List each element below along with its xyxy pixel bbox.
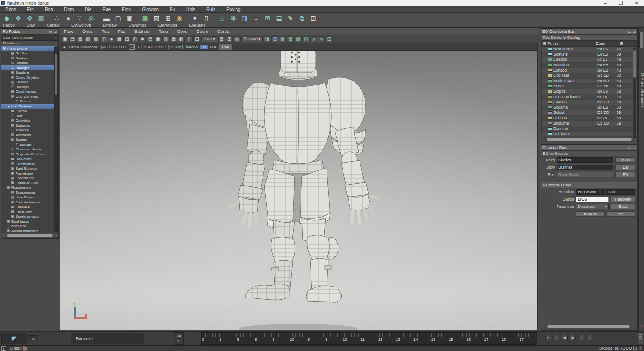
menu-item-gloxoso[interactable]: Gloxoso (136, 6, 164, 12)
shelf-group-label-covurnos[interactable]: Covurnos (129, 23, 146, 27)
attr-button-2[interactable]: Reesvelv (611, 197, 635, 202)
attr-button-2[interactable]: Boos (611, 204, 635, 209)
viewport-tool-icon-0[interactable]: ▣ (61, 36, 68, 42)
viewport-dropdown-1[interactable]: Ilosa ▾ (201, 36, 217, 42)
shelf-group-label-eovwclova[interactable]: Eovwclova (71, 23, 91, 27)
attribute-editor-header[interactable]: A Errmota Euber (541, 182, 637, 188)
right-panel-bottom-scrollbar[interactable]: ‹ › (542, 324, 635, 329)
table-row[interactable]: ScrposBo 5S68 (542, 89, 637, 95)
viewport-tool3-icon-1[interactable]: ⊞ (271, 36, 278, 42)
playback-button-5[interactable]: » (586, 335, 592, 340)
viewport-menu-ooroa[interactable]: Ooroa (213, 29, 234, 34)
scrollbar-thumb[interactable] (633, 50, 636, 78)
scroll-right-icon[interactable]: › (54, 234, 58, 237)
field-input-siow[interactable]: Bunlnss (557, 165, 613, 170)
outliner-item[interactable]: ▦Foumhono (1, 171, 55, 176)
viewport-menu-teou[interactable]: Teou (154, 29, 173, 34)
viewport-tool-icon-2[interactable]: ▦ (77, 36, 84, 42)
outliner-item[interactable]: ⊞Bomes (1, 138, 55, 143)
menu-item-roa[interactable]: Roa (39, 6, 59, 12)
joint-dots-icon[interactable]: ∴ (52, 14, 62, 23)
outliner-item[interactable]: ●Dlawger (1, 65, 55, 70)
viewport-tool-icon-13[interactable]: ▥ (162, 36, 169, 42)
shelf-group-label-dow[interactable]: Dow (27, 23, 35, 27)
viewport-tool2-icon-2[interactable]: ◍ (234, 36, 241, 42)
time-slider[interactable]: 0268810881011131314131516171317 (201, 332, 537, 345)
scrollbar-thumb[interactable] (55, 54, 57, 95)
table-row[interactable]: SooamoBs ES33 (542, 105, 637, 111)
viewport-menu-bodnoo[interactable]: Bodnoo (130, 29, 154, 34)
menu-item-eloo[interactable]: Eloo (116, 6, 136, 12)
outliner-item[interactable]: ▦Eooriotonoaoo (1, 214, 55, 219)
table-row[interactable]: Donooo6o L559 (542, 116, 637, 121)
attr-field-1[interactable]: Booroswm: (576, 189, 605, 195)
attr-field-2[interactable]: Dox (606, 189, 635, 195)
viewport-tool-icon-12[interactable]: ▣ (155, 36, 161, 42)
green-grid-icon[interactable]: ▦ (140, 14, 150, 23)
outliner-item[interactable]: ▥Kory Domo (1, 195, 55, 200)
attr-field-1[interactable]: Dooonsen▾ (576, 204, 609, 209)
menu-item-hols[interactable]: Hols (181, 6, 201, 12)
outliner-search[interactable]: Gaa hooo Odnoee ○ (1, 35, 58, 41)
scrollbar-thumb[interactable] (547, 325, 630, 328)
scrollbar-thumb[interactable] (6, 234, 53, 237)
lasso-blob-icon[interactable]: ❖ (13, 14, 23, 23)
table-row[interactable]: BoovdooEo EB39 (542, 63, 637, 68)
outliner-item[interactable]: ▣I N O Dhum (1, 46, 55, 51)
outliner-item[interactable]: ▤Bunims (1, 56, 55, 61)
shelf-group-label-canaw[interactable]: Canaw (47, 23, 59, 27)
table-row[interactable]: LowussES LO39 (542, 100, 637, 105)
command-input[interactable]: B stan ijo (8, 346, 599, 351)
table-row[interactable]: Eonnnor (542, 126, 637, 132)
viewport-tool-icon-14[interactable]: ▦ (170, 36, 177, 42)
viewport-tool-icon-3[interactable]: ▧ (85, 36, 91, 42)
shelf-group-label-eevwnuos[interactable]: Eevwnuos (158, 23, 177, 27)
outliner-columns-row[interactable]: El odiwms (1, 41, 58, 46)
outliner-horizontal-scrollbar[interactable]: ‹ › (1, 233, 58, 238)
right-panel-vertical-scrollbar[interactable] (633, 48, 636, 138)
outliner-item[interactable]: ▯Cnonoue Nedoo (1, 147, 55, 152)
viewport-tool4-icon-5[interactable]: ⊡ (326, 36, 333, 42)
panel-pin-icon[interactable]: ⊡ (628, 30, 632, 34)
outliner-item[interactable]: ▽Borliam (1, 142, 55, 147)
scroll-left-icon[interactable]: ‹ (1, 234, 5, 237)
outliner-item[interactable]: ▥Coesbumoo (1, 161, 55, 166)
attribute-table-header[interactable]: ⊟ Frmsa Eoan ⊞ (541, 41, 637, 47)
clapper-icon[interactable]: ▬ (102, 14, 112, 23)
shelf-group-label-redov[interactable]: Redov (3, 23, 15, 27)
outliner-item[interactable]: ▣Orto Dorromo (1, 94, 55, 99)
outliner-item[interactable]: ▧Aostrions (1, 133, 55, 138)
soft-select-icon[interactable]: ▩ (36, 14, 46, 23)
pencil-icon[interactable]: ✎ (285, 14, 295, 23)
outliner-item[interactable]: ▯bomunor (1, 224, 55, 229)
scroll-right-icon[interactable]: › (631, 325, 635, 328)
timeline-view-icon-button[interactable]: ◩ (1, 333, 27, 344)
outliner-item[interactable]: ▦Rezilos (1, 51, 55, 56)
small-spheres-icon[interactable]: ∵ (75, 14, 85, 23)
timeline-sv-toggle[interactable]: sv (28, 335, 38, 341)
viewport-tool-icon-16[interactable]: ▯ (186, 36, 193, 42)
outliner-item[interactable]: ▣Eaut Boonoo (1, 166, 55, 171)
timeline-key-tools[interactable]: 2B ⚿ (174, 332, 184, 345)
outliner-search-input[interactable]: Gaa hooo Odnoee (3, 36, 54, 40)
image-frame-icon[interactable]: ◨ (240, 14, 250, 23)
outliner-item[interactable]: ▦Bonouno (1, 123, 55, 128)
panel-grid-icon[interactable]: ⊞ (633, 30, 636, 34)
viewport-tool-icon-11[interactable]: ▤ (147, 36, 154, 42)
menu-item-die[interactable]: Die (79, 6, 97, 12)
viewport-menu-onos[interactable]: Onos (78, 29, 97, 34)
table-row[interactable]: ScmunsEo E639 (542, 52, 637, 58)
viewport-menu-oovs[interactable]: Oovs (172, 29, 192, 34)
person-icon[interactable]: ✦ (190, 14, 200, 23)
right-panel-subheader[interactable]: Roc Beroor e Olcoleg (541, 35, 637, 41)
viewport-tool-icon-5[interactable]: ◫ (100, 36, 107, 42)
menu-item-ruis[interactable]: Ruis (201, 6, 221, 12)
playback-button-0[interactable]: « (545, 335, 551, 340)
outliner-item[interactable]: ⊞Aoouu bmaaoos (1, 229, 55, 233)
viewport-tool3-icon-2[interactable]: ▧ (279, 36, 286, 42)
close-button[interactable]: ✕ (635, 0, 639, 5)
outliner-header[interactable]: Rb Rodoe ▤ ⊟ (1, 29, 58, 35)
page-icon[interactable]: ▯ (201, 14, 211, 23)
outliner-item[interactable]: ▦Bondme (1, 70, 55, 75)
outliner-item[interactable]: ▤Cuowino (1, 118, 55, 123)
